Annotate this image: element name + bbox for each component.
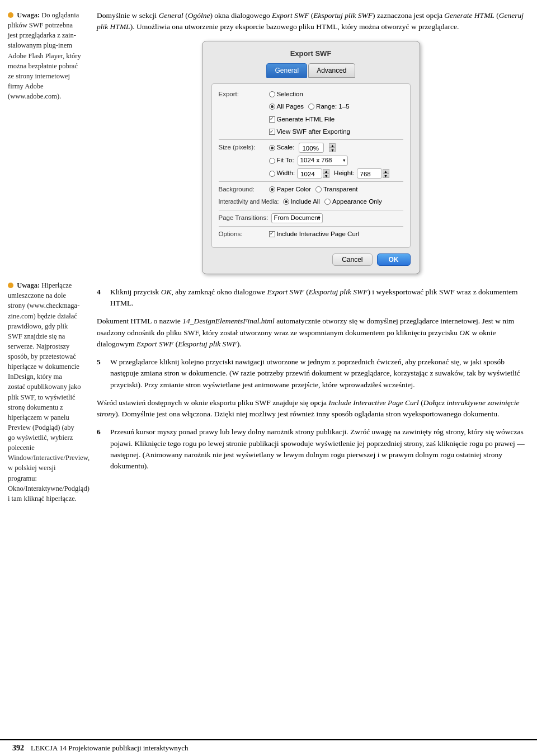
page-footer: 392 LEKCJA 14 Projektowanie publikacji i… [0,739,537,756]
transparent-option[interactable]: Transparent [315,185,358,194]
note1-label: Uwaga: [17,11,40,19]
include-all-radio[interactable] [283,199,289,205]
all-pages-option[interactable]: All Pages [269,102,304,111]
footer-text: LEKCJA 14 Projektowanie publikacji inter… [31,744,189,753]
width-radio-option[interactable]: Width: [269,168,295,178]
fit-to-label: Fit To: [277,156,294,165]
generate-html-checkbox[interactable] [269,116,275,123]
fit-to-select[interactable]: 1024 x 768 [298,156,348,166]
width-down-btn[interactable]: ▼ [323,173,329,178]
sidebar-note-2: Uwaga: Hiperłącze umiesz­czone na dole s… [8,280,81,504]
export-options: Selection [269,90,303,99]
dimensions-row: Width: 1024 ▲ ▼ Height: 768 ▲ ▼ [269,168,403,179]
divider-2 [219,181,403,182]
note2-text: Hiperłącze umiesz­czone na dole strony (… [8,281,90,503]
transparent-label: Transparent [323,185,358,194]
options-label: Options: [219,229,269,239]
tab-advanced[interactable]: Advanced [308,63,355,78]
scale-radio[interactable] [269,145,275,151]
range-radio[interactable] [308,104,314,110]
background-options: Paper Color Transparent [269,185,358,194]
appearance-only-label: Appearance Only [332,197,382,206]
paper-color-label: Paper Color [277,185,311,194]
height-input[interactable]: 768 [357,168,382,179]
transparent-radio[interactable] [315,186,322,192]
scale-down-btn[interactable]: ▼ [329,148,336,152]
width-stepper[interactable]: ▲ ▼ [323,169,329,178]
divider-4 [219,226,403,227]
page-transitions-select-wrapper: From Document [271,213,323,223]
range-label: Range: 1–5 [316,102,349,111]
footer-page-number: 392 [12,744,24,753]
note1-text: Do oglądania plików SWF potrzebna jest p… [8,11,81,100]
fit-to-radio[interactable] [269,158,275,164]
view-swf-label: View SWF after Exporting [277,127,350,137]
height-stepper[interactable]: ▲ ▼ [383,169,389,178]
range-option[interactable]: Range: 1–5 [308,102,349,111]
sidebar: Uwaga: Do oglądania plików SWF potrzebna… [0,0,87,756]
step-6-text: Przesuń kursor myszy ponad prawy lub lew… [110,426,525,472]
generate-html-option[interactable]: Generate HTML File [269,115,335,124]
step-6-num: 6 [97,426,108,472]
selection-option[interactable]: Selection [269,90,303,99]
export-row: Export: Selection [219,90,403,99]
all-pages-radio[interactable] [269,104,275,110]
paper-color-radio[interactable] [269,186,275,192]
options-row: Options: Include Interactive Page Curl [219,229,403,239]
step-5-text: W przeglądarce kliknij kolejno przyciski… [110,356,525,391]
bullet-icon-1 [8,12,13,18]
divider-1 [219,139,403,140]
scale-input[interactable]: 100% [299,143,324,153]
note2-label: Uwaga: [17,281,40,289]
divider-3 [219,210,403,210]
width-up-btn[interactable]: ▲ [323,169,329,173]
height-down-btn[interactable]: ▼ [383,173,389,178]
step-4-num: 4 [97,287,108,309]
step-5: 5 W przeglądarce kliknij kolejno przycis… [97,356,525,391]
width-input[interactable]: 1024 [297,168,322,179]
include-all-option[interactable]: Include All [283,197,320,206]
view-swf-option[interactable]: View SWF after Exporting [269,127,350,137]
size-options: Scale: 100% ▲ ▼ [269,143,336,153]
dialog-tabs: General Advanced [211,63,411,78]
appearance-only-option[interactable]: Appearance Only [324,197,382,206]
generate-html-label: Generate HTML File [277,115,335,124]
export-label: Export: [219,90,269,99]
dialog-body: Export: Selection [211,83,411,248]
scale-option[interactable]: Scale: [269,143,295,152]
background-label: Background: [219,185,269,194]
selection-label: Selection [277,90,303,99]
main-content: Domyślnie w sekcji General (Ogólne) okna… [87,0,537,756]
include-page-curl-checkbox[interactable] [269,231,275,237]
page-container: Uwaga: Do oglądania plików SWF potrzebna… [0,0,537,756]
step-4-text: Kliknij przycisk OK, aby zamknąć okno di… [110,287,525,309]
fit-to-option[interactable]: Fit To: [269,156,294,165]
step-4-continuation: Dokument HTML o nazwie 14_DesignElements… [97,316,525,350]
fit-to-select-wrapper: 1024 x 768 [298,156,348,166]
view-swf-row: View SWF after Exporting [269,127,403,137]
step-4: 4 Kliknij przycisk OK, aby zamknąć okno … [97,287,525,309]
scale-up-btn[interactable]: ▲ [329,143,336,148]
include-all-label: Include All [291,197,320,206]
page-transitions-select[interactable]: From Document [271,213,323,223]
background-row: Background: Paper Color Transparent [219,185,403,194]
height-up-btn[interactable]: ▲ [383,169,389,173]
scale-label: Scale: [277,143,295,152]
page-curl-paragraph: Wśród ustawień dostępnych w oknie ekspor… [97,397,525,420]
ok-button[interactable]: OK [377,253,411,266]
selection-radio[interactable] [269,91,275,97]
cancel-button[interactable]: Cancel [332,253,372,266]
tab-general[interactable]: General [266,63,307,78]
appearance-only-radio[interactable] [324,199,331,205]
scale-stepper[interactable]: ▲ ▼ [329,143,336,152]
size-row: Size (pixels): Scale: 100% ▲ ▼ [219,143,403,153]
intro-paragraph: Domyślnie w sekcji General (Ogólne) okna… [97,10,525,33]
include-page-curl-option[interactable]: Include Interactive Page Curl [269,229,360,239]
width-radio[interactable] [269,171,275,177]
step-5-num: 5 [97,356,108,391]
interactivity-label: Interactivity and Media: [219,198,283,206]
generate-html-row: Generate HTML File [269,115,403,124]
view-swf-checkbox[interactable] [269,129,275,135]
height-label: Height: [334,168,354,178]
paper-color-option[interactable]: Paper Color [269,185,311,194]
